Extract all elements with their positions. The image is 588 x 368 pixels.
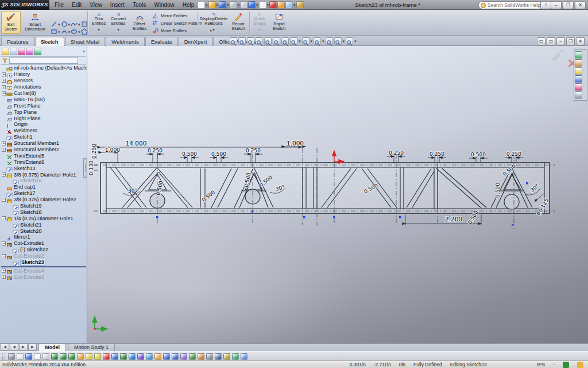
tab-scroll-button-1[interactable]: ◀ <box>10 343 18 351</box>
displaymanager-tab-icon[interactable] <box>34 48 41 55</box>
smart-dimension-icon[interactable] <box>154 353 161 360</box>
appearances-icon[interactable] <box>575 83 582 91</box>
tree-item-sketch20[interactable]: Sketch20 <box>0 228 87 234</box>
tab-features[interactable]: Features <box>1 37 34 46</box>
chamfer-dimension-icon[interactable] <box>198 353 204 360</box>
tree-item-sketch1[interactable]: Sketch1 <box>0 134 87 140</box>
expand-toggle[interactable]: + <box>2 172 6 177</box>
rotate-view-icon[interactable] <box>256 37 263 45</box>
dimension-0.500[interactable]: 0.500 <box>471 152 486 158</box>
dimension-0.250[interactable]: 0.250 <box>389 150 404 156</box>
preview-window-icon[interactable] <box>285 1 293 9</box>
tab-weldments[interactable]: Weldments <box>106 37 144 46</box>
line-tool-caret[interactable]: ▾ <box>58 21 60 28</box>
offset-entities-button[interactable]: Offset Entities <box>129 11 150 34</box>
view-orientation-icon[interactable] <box>290 37 297 45</box>
tab-model[interactable]: Model <box>38 343 66 351</box>
lock-icon[interactable] <box>296 1 304 9</box>
menu-tools[interactable]: Tools <box>129 0 150 10</box>
unit-system[interactable]: IPS <box>537 362 545 367</box>
expand-toggle[interactable]: + <box>2 85 6 89</box>
open-document-caret[interactable]: ▾ <box>216 1 219 9</box>
help-status-icon[interactable] <box>563 362 569 368</box>
angular-dimension-icon[interactable] <box>206 353 213 360</box>
tree-item-sketch19[interactable]: Sketch19 <box>0 203 87 209</box>
view-settings-caret[interactable]: ▾ <box>354 37 357 45</box>
tree-item-cut-extrude2[interactable]: −Cut-Extrude2 <box>0 253 87 259</box>
tree-item-trim-extend5[interactable]: Trim/Extend5 <box>0 152 87 159</box>
tree-item-cut-extrude4[interactable]: +Cut-Extrude4 <box>0 268 87 274</box>
menu-file[interactable]: File <box>51 0 68 10</box>
select-cursor-icon[interactable] <box>259 1 266 9</box>
tab-motion-study-1[interactable]: Motion Study 1 <box>68 343 115 351</box>
display-delete-relations-button[interactable]: Display/Delete Relations▾ <box>199 11 228 34</box>
tab-sheet-metal[interactable]: Sheet Metal <box>65 37 106 46</box>
solidworks-resources-icon[interactable] <box>575 51 582 59</box>
tangent-relation-icon[interactable] <box>129 353 136 360</box>
minimize-button[interactable]: – <box>551 1 562 9</box>
expand-toggle[interactable]: + <box>2 141 6 145</box>
perpendicular-relation-icon[interactable] <box>77 353 84 360</box>
tree-item-right-plane[interactable]: Right Plane <box>0 115 87 121</box>
parallel-relation-icon[interactable] <box>86 353 92 360</box>
filter-field[interactable] <box>9 57 78 64</box>
rapid-sketch-button[interactable]: Rapid Sketch <box>270 11 288 34</box>
select-icon[interactable] <box>17 353 24 360</box>
fully-define-sketch-icon[interactable] <box>232 353 239 360</box>
file-properties-icon[interactable] <box>277 1 285 9</box>
options-traffic-light-icon[interactable] <box>269 1 277 9</box>
expand-toggle[interactable]: + <box>2 79 6 83</box>
dimension-2.200[interactable]: 2.200 <box>445 216 462 223</box>
help-button[interactable]: ? <box>540 1 551 9</box>
undo-icon[interactable] <box>240 1 247 9</box>
tree-item-sketch23[interactable]: Sketch23 <box>0 259 87 266</box>
fix-relation-icon[interactable] <box>103 353 110 360</box>
pan-view-icon[interactable] <box>264 37 272 45</box>
expand-toggle[interactable]: − <box>2 216 6 220</box>
ellipse-tool-caret[interactable]: ▾ <box>78 28 80 36</box>
dimension-palette-icon[interactable] <box>223 353 230 360</box>
tree-item-cut-list-8[interactable]: +Cut list(8) <box>0 90 87 97</box>
zoom-to-area-icon[interactable] <box>238 37 246 45</box>
drag-sketch-icon[interactable] <box>241 353 247 360</box>
hide-show-items-caret[interactable]: ▾ <box>322 37 324 45</box>
tree-item-3-8-0-375-diameter-hole1[interactable]: +3/8 (0.375) Diameter Hole1 <box>0 171 87 178</box>
convert-entities-button[interactable]: Convert Entities▾ <box>109 11 128 34</box>
path-dimension-icon[interactable] <box>215 353 222 360</box>
tag-dash[interactable]: - <box>553 362 555 367</box>
file-explorer-icon[interactable] <box>575 67 582 75</box>
open-document-icon[interactable] <box>208 1 216 9</box>
rollback-bar[interactable] <box>1 266 86 267</box>
tree-item-structural-member1[interactable]: +Structural Member1 <box>0 140 87 147</box>
tree-item-annotations[interactable]: +Annotations <box>0 84 87 90</box>
doc-window-button-4[interactable]: ✕ <box>576 37 585 45</box>
new-document-caret[interactable]: ▾ <box>206 1 208 9</box>
tab-evaluate[interactable]: Evaluate <box>145 37 178 46</box>
arc-tool-caret[interactable]: ▾ <box>68 28 71 36</box>
vertical-relation-icon[interactable] <box>60 353 67 360</box>
save-document-caret[interactable]: ▾ <box>227 1 229 9</box>
dimension-0.250[interactable]: 0.250 <box>148 148 163 154</box>
propertymanager-tab-icon[interactable] <box>10 48 17 55</box>
expand-toggle[interactable]: + <box>2 72 6 76</box>
sketch-canvas[interactable]: 14.0001.0000.2500.5000.5000.2501.0000.25… <box>87 46 588 343</box>
tree-item-3-8-0-375-diameter-hole2[interactable]: −3/8 (0.375) Diameter Hole2 <box>0 197 87 203</box>
tab-scroll-button-2[interactable]: ▶ <box>19 343 28 351</box>
dimension-1.000[interactable]: 1.000 <box>287 140 304 147</box>
doc-window-button-3[interactable]: ❐ <box>566 37 575 45</box>
tree-item-sketch22[interactable]: (-) Sketch22 <box>0 247 87 253</box>
tree-item-origin[interactable]: Origin <box>0 121 87 128</box>
tree-item-weldment[interactable]: Weldment <box>0 128 87 134</box>
tree-item-1-4-0-25-diameter-hole1[interactable]: −1/4 (0.25) Diameter Hole1 <box>0 215 87 221</box>
tab-sketch[interactable]: Sketch <box>35 37 64 46</box>
dimension-0.500[interactable]: 0.500 <box>182 151 197 157</box>
truss-frame[interactable] <box>100 163 550 213</box>
baseline-dimension-icon[interactable] <box>180 353 187 360</box>
redo-caret[interactable]: ▾ <box>256 1 258 9</box>
view-orientation-caret[interactable]: ▾ <box>299 37 301 45</box>
display-style-caret[interactable]: ▾ <box>311 37 313 45</box>
spline-tool-caret[interactable]: ▾ <box>78 21 80 28</box>
circle-tool-caret[interactable]: ▾ <box>68 21 71 28</box>
expand-toggle[interactable]: + <box>2 148 6 152</box>
menu-view[interactable]: View <box>86 0 106 10</box>
